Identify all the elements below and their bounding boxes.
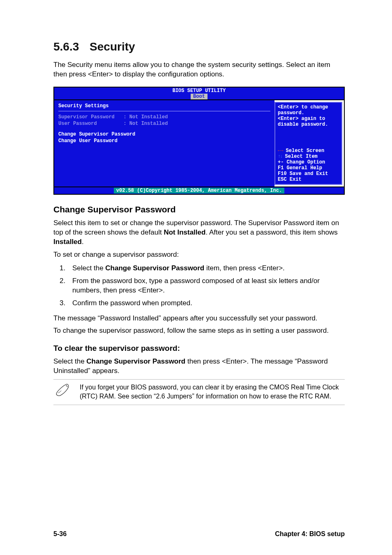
bios-hint-save-exit: F10 Save and Exit xyxy=(278,171,339,177)
intro-paragraph: The Security menu items allow you to cha… xyxy=(53,60,345,79)
page-number: 5-36 xyxy=(53,530,67,539)
bios-help-line: password. xyxy=(278,110,339,116)
up-down-arrow-icon: ↑↓ xyxy=(278,154,282,159)
bold-change-supervisor-2: Change Supervisor Password xyxy=(86,357,185,365)
bios-divider xyxy=(58,111,270,111)
bios-left-panel: Security Settings Supervisor Password : … xyxy=(54,100,274,187)
bios-panel-title: Security Settings xyxy=(58,103,270,109)
step-2: From the password box, type a password c… xyxy=(67,276,345,295)
bold-change-supervisor: Change Supervisor Password xyxy=(105,264,204,272)
bios-field-value: : Not Installed xyxy=(123,114,168,120)
bios-item-change-sup: Change Supervisor Password xyxy=(58,131,270,138)
bios-hint-esc: ESC Exit xyxy=(278,177,339,182)
section-number: 5.6.3 xyxy=(53,39,79,55)
pencil-note-icon xyxy=(55,383,71,398)
section-heading: 5.6.3 Security xyxy=(53,39,345,55)
paragraph: The message “Password Installed” appears… xyxy=(53,314,345,323)
step-1: Select the Change Supervisor Password it… xyxy=(67,264,345,273)
step-3: Confirm the password when prompted. xyxy=(67,299,345,308)
page-footer: 5-36 Chapter 4: BIOS setup xyxy=(0,530,392,539)
subheading-change-supervisor: Change Supervisor Password xyxy=(53,204,345,215)
bios-item-change-usr: Change User Password xyxy=(58,138,270,144)
note-icon-wrap xyxy=(55,383,80,401)
bios-hint-select-item: ↑↓ Select Item xyxy=(278,154,339,159)
paragraph: To change the supervisor password, follo… xyxy=(53,326,345,336)
bios-field-user: User Password : Not Installed xyxy=(58,120,270,127)
bios-field-label: User Password xyxy=(58,121,97,127)
bios-title-text: BIOS SETUP UTILITY xyxy=(54,88,344,94)
bios-footer-text: v02.58 (C)Copyright 1985-2004, American … xyxy=(114,188,284,193)
bios-help-panel: <Enter> to change password. <Enter> agai… xyxy=(274,102,342,185)
bios-field-supervisor: Supervisor Password : Not Installed xyxy=(58,114,270,120)
bios-footer: v02.58 (C)Copyright 1985-2004, American … xyxy=(54,187,344,194)
bios-field-value: : Not Installed xyxy=(123,121,168,127)
note-callout: If you forget your BIOS password, you ca… xyxy=(53,379,345,405)
bios-screenshot: BIOS SETUP UTILITY Boot Security Setting… xyxy=(53,87,345,195)
bold-not-installed: Not Installed xyxy=(164,228,205,236)
subheading-clear-supervisor: To clear the supervisor password: xyxy=(53,343,345,354)
bios-help-line: disable password. xyxy=(278,122,339,127)
steps-list: Select the Change Supervisor Password it… xyxy=(53,264,345,308)
paragraph: To set or change a supervisor password: xyxy=(53,250,345,260)
note-text: If you forget your BIOS password, you ca… xyxy=(80,383,343,401)
bios-help-line: <Enter> again to xyxy=(278,116,339,122)
bios-field-label: Supervisor Password xyxy=(58,114,115,120)
bios-titlebar: BIOS SETUP UTILITY Boot xyxy=(54,88,344,100)
bios-hint-general-help: F1 General Help xyxy=(278,165,339,171)
section-title: Security xyxy=(90,40,135,53)
chapter-label: Chapter 4: BIOS setup xyxy=(275,530,345,539)
paragraph: Select this item to set or change the su… xyxy=(53,219,345,247)
bios-help-line: <Enter> to change xyxy=(278,104,339,110)
bios-tab-boot: Boot xyxy=(191,94,208,99)
bios-hint-select-screen: ←→ Select Screen xyxy=(278,148,339,154)
left-right-arrow-icon: ←→ xyxy=(278,148,283,154)
paragraph: Select the Change Supervisor Password th… xyxy=(53,357,345,376)
bios-hint-change-option: +- Change Option xyxy=(278,159,339,165)
bold-installed: Installed xyxy=(53,238,82,246)
